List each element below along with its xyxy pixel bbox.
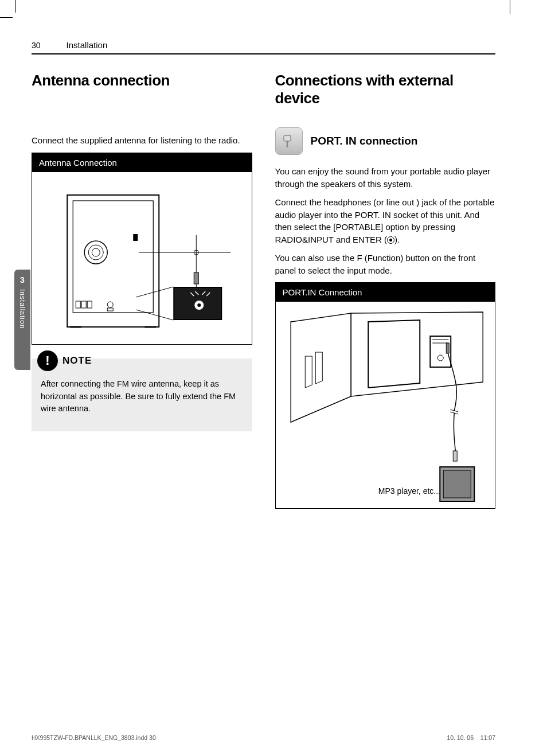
svg-rect-30	[446, 343, 449, 353]
svg-rect-0	[67, 195, 159, 327]
header-section-title: Installation	[67, 40, 108, 50]
side-tab: 3 Installation	[14, 270, 30, 370]
footer-filename: HX995TZW-FD.BPANLLK_ENG_3803.indd 30	[32, 734, 156, 741]
portin-p2a: Connect the headphones (or line out ) ja…	[275, 197, 495, 244]
svg-point-4	[92, 248, 100, 256]
antenna-svg-icon	[32, 172, 252, 344]
portin-diagram: MP3 player, etc...	[276, 302, 495, 508]
page-content: 30 Installation 3 Installation Antenna c…	[32, 40, 495, 727]
jack-plug-icon	[280, 133, 298, 150]
left-column: Antenna connection Connect the supplied …	[32, 72, 252, 509]
svg-rect-6	[76, 301, 80, 308]
portin-figure: PORT.IN Connection	[275, 282, 496, 509]
svg-rect-10	[107, 308, 113, 311]
svg-rect-16	[194, 272, 198, 284]
svg-point-2	[84, 241, 107, 264]
portin-p3: You can also use the F (Function) button…	[275, 252, 496, 277]
portin-heading: PORT. IN connection	[275, 127, 496, 155]
portin-p1: You can enjoy the sound from your portab…	[275, 165, 496, 190]
portin-icon	[275, 127, 303, 155]
left-intro: Connect the supplied antenna for listeni…	[32, 134, 252, 147]
crop-mark	[15, 0, 16, 13]
portin-p2: Connect the headphones (or line out ) ja…	[275, 196, 496, 246]
portin-svg-icon	[276, 302, 495, 508]
svg-rect-7	[81, 301, 86, 308]
svg-point-20	[197, 303, 201, 307]
crop-mark	[510, 0, 510, 14]
enter-button-icon	[387, 236, 394, 244]
right-column: Connections with external device PORT. I…	[275, 72, 496, 509]
page-header: 30 Installation	[32, 40, 495, 54]
note-box: ! NOTE After connecting the FM wire ante…	[32, 358, 252, 431]
side-tab-number: 3	[14, 275, 30, 285]
exclamation-icon: !	[37, 350, 58, 371]
svg-rect-33	[453, 451, 457, 461]
svg-point-9	[107, 302, 113, 307]
svg-marker-25	[286, 146, 288, 147]
svg-line-22	[136, 310, 173, 320]
left-title: Antenna connection	[32, 72, 252, 89]
svg-rect-23	[284, 135, 291, 141]
svg-rect-8	[87, 301, 92, 308]
antenna-figure: Antenna Connection	[32, 153, 252, 345]
note-badge: ! NOTE	[37, 350, 92, 371]
mp3-player-label: MP3 player, etc...	[378, 486, 440, 496]
svg-rect-5	[133, 234, 138, 241]
svg-rect-35	[443, 470, 471, 498]
footer-time: 11:07	[480, 734, 495, 741]
antenna-figure-title: Antenna Connection	[32, 153, 252, 172]
right-title: Connections with external device	[275, 72, 496, 107]
page-number: 30	[32, 41, 41, 50]
portin-title: PORT. IN connection	[311, 135, 418, 147]
crop-mark	[0, 17, 13, 18]
footer-datetime: 10. 10. 06 11:07	[447, 734, 495, 741]
side-tab-label: Installation	[18, 289, 26, 329]
footer: HX995TZW-FD.BPANLLK_ENG_3803.indd 30 10.…	[32, 734, 495, 741]
svg-line-21	[136, 287, 173, 297]
note-label: NOTE	[62, 355, 92, 367]
antenna-diagram	[32, 172, 252, 344]
footer-date: 10. 10. 06	[447, 734, 474, 741]
note-text: After connecting the FM wire antenna, ke…	[41, 378, 243, 415]
svg-point-3	[88, 245, 103, 260]
portin-figure-title: PORT.IN Connection	[276, 283, 495, 302]
portin-p2b: ).	[394, 235, 400, 244]
